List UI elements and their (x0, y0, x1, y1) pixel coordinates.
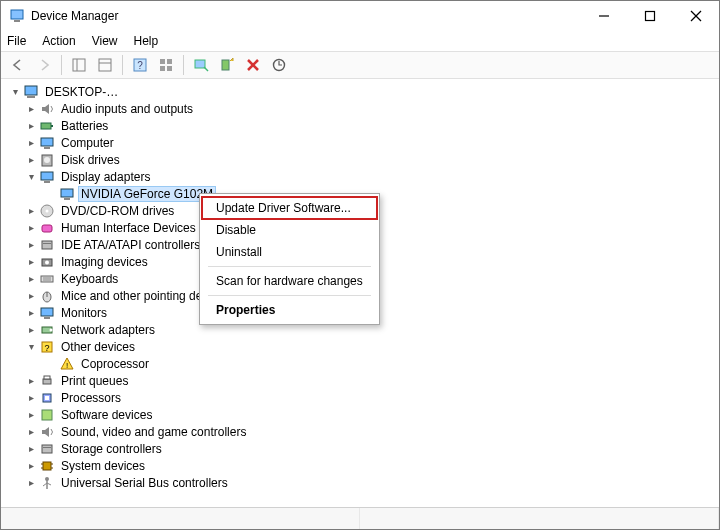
menu-item[interactable]: Scan for hardware changes (202, 270, 377, 292)
tree-label: DVD/CD-ROM drives (59, 204, 176, 218)
tree-item[interactable]: ▸Processors (5, 389, 715, 406)
speaker-icon (39, 424, 55, 440)
uninstall-button[interactable] (242, 54, 264, 76)
menu-action[interactable]: Action (42, 34, 75, 48)
menu-separator (208, 266, 371, 267)
monitor-icon (39, 305, 55, 321)
menu-help[interactable]: Help (134, 34, 159, 48)
tree-root[interactable]: ▾DESKTOP-… (5, 83, 715, 100)
chevron-down-icon[interactable]: ▾ (9, 86, 21, 98)
svg-rect-40 (41, 276, 53, 282)
svg-rect-15 (167, 66, 172, 71)
chevron-right-icon[interactable]: ▸ (25, 426, 37, 438)
view-icon-button[interactable] (155, 54, 177, 76)
tree-item[interactable]: ▸Storage controllers (5, 440, 715, 457)
properties-button[interactable] (94, 54, 116, 76)
menu-view[interactable]: View (92, 34, 118, 48)
chevron-right-icon[interactable]: ▸ (25, 222, 37, 234)
menu-item[interactable]: Update Driver Software... (202, 197, 377, 219)
tree-item[interactable]: ▸Disk drives (5, 151, 715, 168)
svg-rect-25 (41, 138, 53, 146)
chevron-right-icon[interactable]: ▸ (25, 477, 37, 489)
chevron-right-icon[interactable]: ▸ (25, 324, 37, 336)
update-button[interactable] (268, 54, 290, 76)
spacer (45, 358, 57, 370)
nic-icon (39, 322, 55, 338)
chevron-right-icon[interactable]: ▸ (25, 103, 37, 115)
monitor-icon (39, 135, 55, 151)
chevron-right-icon[interactable]: ▸ (25, 392, 37, 404)
svg-rect-23 (41, 123, 51, 129)
menu-item[interactable]: Uninstall (202, 241, 377, 263)
chevron-down-icon[interactable]: ▾ (25, 171, 37, 183)
close-button[interactable] (673, 1, 719, 31)
status-cell (1, 508, 360, 529)
chevron-down-icon[interactable]: ▾ (25, 341, 37, 353)
window-buttons (581, 1, 719, 31)
back-button[interactable] (7, 54, 29, 76)
tree-item[interactable]: ▸Software devices (5, 406, 715, 423)
chevron-right-icon[interactable]: ▸ (25, 154, 37, 166)
tree-label: Human Interface Devices (59, 221, 198, 235)
dvd-icon (39, 203, 55, 219)
monitor-icon (39, 169, 55, 185)
chevron-right-icon[interactable]: ▸ (25, 273, 37, 285)
tree-item[interactable]: !Coprocessor (5, 355, 715, 372)
tree-item[interactable]: ▸System devices (5, 457, 715, 474)
chevron-right-icon[interactable]: ▸ (25, 307, 37, 319)
svg-point-39 (45, 260, 49, 264)
menu-file[interactable]: File (7, 34, 26, 48)
tree-label: Sound, video and game controllers (59, 425, 248, 439)
forward-button[interactable] (33, 54, 55, 76)
tree-item[interactable]: ▾Display adapters (5, 168, 715, 185)
separator (183, 55, 184, 75)
tree-item[interactable]: ▸Audio inputs and outputs (5, 100, 715, 117)
window-title: Device Manager (31, 9, 118, 23)
menu-item[interactable]: Disable (202, 219, 377, 241)
chevron-right-icon[interactable]: ▸ (25, 290, 37, 302)
tree-label: Monitors (59, 306, 109, 320)
tree-label: Coprocessor (79, 357, 151, 371)
menu-item[interactable]: Properties (202, 299, 377, 321)
chevron-right-icon[interactable]: ▸ (25, 375, 37, 387)
chevron-right-icon[interactable]: ▸ (25, 256, 37, 268)
chevron-right-icon[interactable]: ▸ (25, 443, 37, 455)
show-hide-console-button[interactable] (68, 54, 90, 76)
tree-item[interactable]: ▸Universal Serial Bus controllers (5, 474, 715, 491)
svg-rect-8 (99, 59, 111, 71)
tree-item[interactable]: ▸Print queues (5, 372, 715, 389)
status-cell (360, 508, 719, 529)
scan-button[interactable] (190, 54, 212, 76)
cpu-icon (39, 390, 55, 406)
svg-point-34 (46, 209, 49, 212)
device-manager-window: Device Manager File Action View Help ? ▾… (0, 0, 720, 530)
tree-item[interactable]: ▾?Other devices (5, 338, 715, 355)
chevron-right-icon[interactable]: ▸ (25, 239, 37, 251)
svg-rect-26 (44, 147, 50, 149)
chevron-right-icon[interactable]: ▸ (25, 137, 37, 149)
tree-item[interactable]: ▸Batteries (5, 117, 715, 134)
tree-label: Imaging devices (59, 255, 150, 269)
svg-text:!: ! (66, 361, 68, 370)
help-button[interactable]: ? (129, 54, 151, 76)
tree-label: Storage controllers (59, 442, 164, 456)
chevron-right-icon[interactable]: ▸ (25, 460, 37, 472)
svg-rect-22 (27, 96, 35, 98)
svg-rect-30 (44, 181, 50, 183)
svg-text:?: ? (137, 60, 143, 71)
svg-point-48 (50, 328, 53, 331)
mouse-icon (39, 288, 55, 304)
tree-label: Print queues (59, 374, 130, 388)
monitor-icon (59, 186, 75, 202)
tree-label: NVIDIA GeForce G102M (79, 187, 215, 201)
tree-item[interactable]: ▸Computer (5, 134, 715, 151)
chevron-right-icon[interactable]: ▸ (25, 205, 37, 217)
tree-item[interactable]: ▸Sound, video and game controllers (5, 423, 715, 440)
chevron-right-icon[interactable]: ▸ (25, 409, 37, 421)
warn-icon: ! (59, 356, 75, 372)
minimize-button[interactable] (581, 1, 627, 31)
maximize-button[interactable] (627, 1, 673, 31)
svg-rect-14 (160, 66, 165, 71)
add-button[interactable] (216, 54, 238, 76)
chevron-right-icon[interactable]: ▸ (25, 120, 37, 132)
